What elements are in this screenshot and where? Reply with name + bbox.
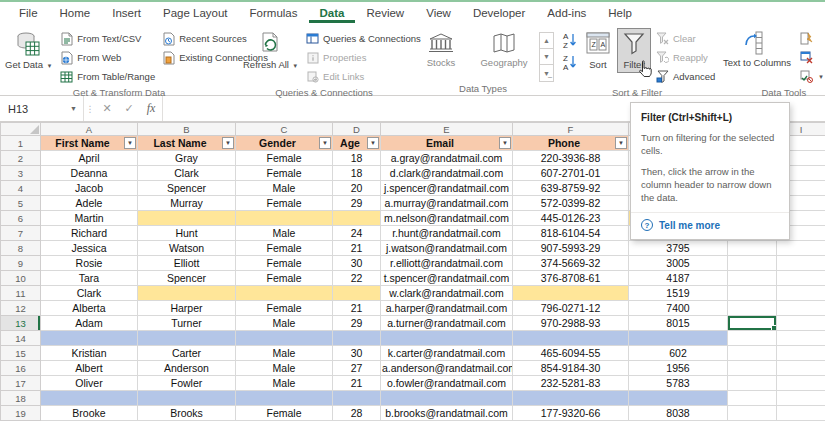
cell-C6[interactable] xyxy=(236,211,333,226)
cell-D17[interactable]: 21 xyxy=(333,376,381,391)
cell-E5[interactable]: a.murray@randatmail.com xyxy=(381,196,513,211)
cell-D11[interactable] xyxy=(333,286,381,301)
cell-A19[interactable]: Brooke xyxy=(41,406,138,421)
cell-H16[interactable] xyxy=(728,361,777,376)
column-header-D[interactable]: D xyxy=(333,123,381,136)
cell-C17[interactable]: Male xyxy=(236,376,333,391)
cell-B13[interactable]: Turner xyxy=(138,316,236,331)
cell-F8[interactable]: 907-5993-29 xyxy=(513,241,629,256)
cell-F9[interactable]: 374-5669-32 xyxy=(513,256,629,271)
queries-connections-button[interactable]: Queries & Connections xyxy=(302,29,424,48)
cell-E3[interactable]: d.clark@randatmail.com xyxy=(381,166,513,181)
row-header-6[interactable]: 6 xyxy=(1,211,41,226)
cell-F5[interactable]: 572-0399-82 xyxy=(513,196,629,211)
tab-data[interactable]: Data xyxy=(309,4,356,23)
cell-G19[interactable]: 8038 xyxy=(629,406,728,421)
cell-C2[interactable]: Female xyxy=(236,151,333,166)
row-header-4[interactable]: 4 xyxy=(1,181,41,196)
cell-B11[interactable] xyxy=(138,286,236,301)
gallery-up-button[interactable]: ▲ xyxy=(540,33,553,49)
cell-E11[interactable]: w.clark@randatmail.com xyxy=(381,286,513,301)
tab-add-ins[interactable]: Add-ins xyxy=(536,4,597,23)
cell-D2[interactable]: 18 xyxy=(333,151,381,166)
cell-A16[interactable]: Albert xyxy=(41,361,138,376)
cell-F18[interactable] xyxy=(513,391,629,406)
cell-B4[interactable]: Spencer xyxy=(138,181,236,196)
sort-a-to-z-button[interactable]: AZ xyxy=(560,29,580,51)
cell-H12[interactable] xyxy=(728,301,777,316)
cell-G12[interactable]: 7400 xyxy=(629,301,728,316)
cell-A14[interactable] xyxy=(41,331,138,346)
cell-C5[interactable]: Female xyxy=(236,196,333,211)
cell-I18[interactable] xyxy=(777,391,825,406)
cell-F13[interactable]: 970-2988-93 xyxy=(513,316,629,331)
cell-H15[interactable] xyxy=(728,346,777,361)
row-header-5[interactable]: 5 xyxy=(1,196,41,211)
cell-D8[interactable]: 21 xyxy=(333,241,381,256)
cell-F6[interactable]: 445-0126-23 xyxy=(513,211,629,226)
cell-D4[interactable]: 20 xyxy=(333,181,381,196)
tell-me-more-link[interactable]: ? Tell me more xyxy=(641,219,779,233)
cell-B19[interactable]: Brooks xyxy=(138,406,236,421)
cell-F7[interactable]: 818-6104-54 xyxy=(513,226,629,241)
cell-I12[interactable] xyxy=(777,301,825,316)
column-header-E[interactable]: E xyxy=(381,123,513,136)
cell-B5[interactable]: Murray xyxy=(138,196,236,211)
cell-E4[interactable]: j.spencer@randatmail.com xyxy=(381,181,513,196)
flash-fill-button[interactable] xyxy=(796,29,825,48)
sort-z-to-a-button[interactable]: ZA xyxy=(560,51,580,73)
data-validation-button[interactable]: ▾ xyxy=(796,67,825,86)
gallery-more-button[interactable]: ▼̲ xyxy=(540,65,553,81)
cell-A7[interactable]: Richard xyxy=(41,226,138,241)
cell-A4[interactable]: Jacob xyxy=(41,181,138,196)
row-header-17[interactable]: 17 xyxy=(1,376,41,391)
selected-cell-H13[interactable] xyxy=(728,316,777,331)
cell-F19[interactable]: 177-9320-66 xyxy=(513,406,629,421)
row-header-2[interactable]: 2 xyxy=(1,151,41,166)
column-header-B[interactable]: B xyxy=(138,123,236,136)
row-header-3[interactable]: 3 xyxy=(1,166,41,181)
row-header-18[interactable]: 18 xyxy=(1,391,41,406)
data-validation-dropdown[interactable]: ▾ xyxy=(819,73,823,81)
cell-E12[interactable]: a.harper@randatmail.com xyxy=(381,301,513,316)
filter-dropdown-B1[interactable]: ▼ xyxy=(222,137,234,149)
cell-A15[interactable]: Kristian xyxy=(41,346,138,361)
cell-E18[interactable] xyxy=(381,391,513,406)
filter-dropdown-D1[interactable]: ▼ xyxy=(367,137,379,149)
cell-B1[interactable]: Last Name▼ xyxy=(138,136,236,151)
row-header-9[interactable]: 9 xyxy=(1,256,41,271)
cell-A3[interactable]: Deanna xyxy=(41,166,138,181)
cell-G9[interactable]: 3005 xyxy=(629,256,728,271)
cell-C10[interactable]: Female xyxy=(236,271,333,286)
cell-D15[interactable]: 30 xyxy=(333,346,381,361)
cell-A17[interactable]: Oliver xyxy=(41,376,138,391)
cell-D6[interactable] xyxy=(333,211,381,226)
cell-F14[interactable] xyxy=(513,331,629,346)
from-table-range-button[interactable]: From Table/Range xyxy=(56,67,158,86)
cell-F4[interactable]: 639-8759-92 xyxy=(513,181,629,196)
tab-page-layout[interactable]: Page Layout xyxy=(152,4,239,23)
tab-home[interactable]: Home xyxy=(49,4,102,23)
row-header-8[interactable]: 8 xyxy=(1,241,41,256)
cell-H9[interactable] xyxy=(728,256,777,271)
cell-E13[interactable]: a.turner@randatmail.com xyxy=(381,316,513,331)
name-box-dropdown-icon[interactable]: ▼ xyxy=(70,105,77,112)
cell-C15[interactable]: Male xyxy=(236,346,333,361)
cell-A6[interactable]: Martin xyxy=(41,211,138,226)
advanced-filter-button[interactable]: Advanced xyxy=(652,67,718,86)
cell-B16[interactable]: Anderson xyxy=(138,361,236,376)
filter-dropdown-F1[interactable]: ▼ xyxy=(615,137,627,149)
cell-F1[interactable]: Phone▼ xyxy=(513,136,629,151)
cell-E1[interactable]: Email▼ xyxy=(381,136,513,151)
cell-D9[interactable]: 30 xyxy=(333,256,381,271)
geography-button[interactable]: Geography xyxy=(473,28,535,71)
cell-G11[interactable]: 1519 xyxy=(629,286,728,301)
remove-duplicates-button[interactable] xyxy=(796,48,825,67)
cell-C12[interactable]: Female xyxy=(236,301,333,316)
cell-E19[interactable]: b.brooks@randatmail.com xyxy=(381,406,513,421)
cell-B12[interactable]: Harper xyxy=(138,301,236,316)
filter-dropdown-A1[interactable]: ▼ xyxy=(124,137,136,149)
cell-A8[interactable]: Jessica xyxy=(41,241,138,256)
cell-I16[interactable] xyxy=(777,361,825,376)
row-header-7[interactable]: 7 xyxy=(1,226,41,241)
